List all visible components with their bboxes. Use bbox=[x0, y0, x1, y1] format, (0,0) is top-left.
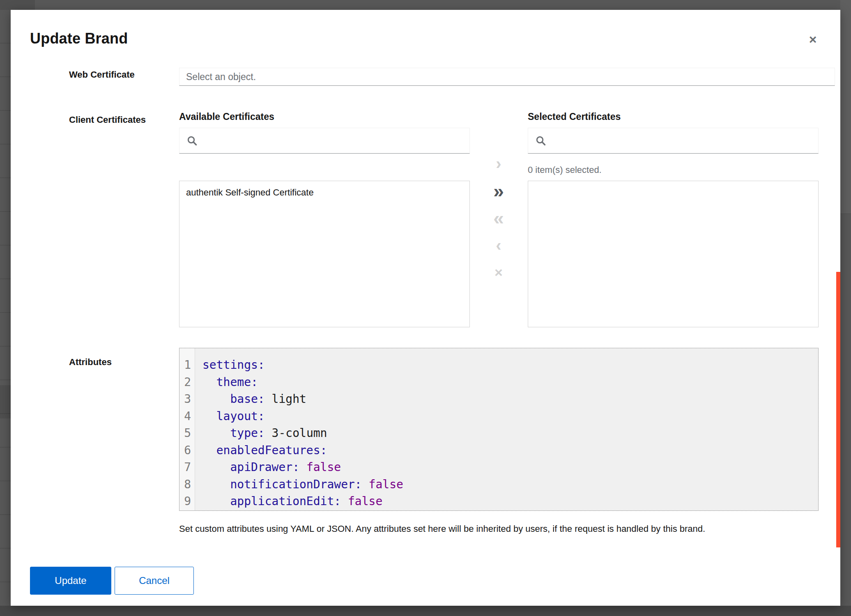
editor-code-line: theme: bbox=[195, 374, 818, 391]
selected-certificates-search[interactable] bbox=[528, 128, 819, 154]
editor-code-line: notificationDrawer: false bbox=[195, 476, 818, 493]
selected-items-status: 0 item(s) selected. bbox=[528, 165, 602, 175]
modal-title: Update Brand bbox=[30, 30, 128, 48]
editor-code-line: base: light bbox=[195, 391, 818, 408]
editor-line-number: 2 bbox=[179, 374, 195, 391]
backdrop-right-strip bbox=[840, 0, 851, 214]
available-certificates-list[interactable]: authentik Self-signed Certificate bbox=[179, 181, 470, 327]
editor-code-line: layout: bbox=[195, 408, 818, 425]
backdrop-bottom-strip bbox=[0, 606, 851, 616]
update-button[interactable]: Update bbox=[30, 567, 111, 595]
selected-search-input[interactable] bbox=[552, 133, 818, 149]
client-certificates-label: Client Certificates bbox=[69, 115, 146, 125]
move-selected-right-button[interactable]: › bbox=[490, 154, 508, 172]
clear-selection-button[interactable]: × bbox=[490, 263, 508, 281]
close-icon: × bbox=[809, 32, 817, 47]
modal-scrollbar-thumb[interactable] bbox=[836, 272, 840, 547]
web-certificate-label: Web Certificate bbox=[69, 69, 135, 80]
attributes-label: Attributes bbox=[69, 357, 112, 368]
move-all-right-button[interactable]: » bbox=[490, 182, 508, 200]
editor-code-line: enabledFeatures: bbox=[195, 442, 818, 459]
attributes-code-editor[interactable]: 123456789 settings: theme: base: light l… bbox=[179, 348, 819, 511]
editor-code-line: type: 3-column bbox=[195, 425, 818, 442]
editor-code-line: applicationEdit: false bbox=[195, 493, 818, 510]
selected-certificates-heading: Selected Certificates bbox=[528, 111, 621, 122]
attributes-help-text: Set custom attributes using YAML or JSON… bbox=[179, 523, 820, 535]
certificate-list-item[interactable]: authentik Self-signed Certificate bbox=[179, 181, 469, 204]
editor-line-number: 4 bbox=[179, 408, 195, 425]
editor-line-number: 5 bbox=[179, 425, 195, 442]
update-brand-modal: Update Brand × Web Certificate Client Ce… bbox=[11, 10, 840, 606]
available-certificates-heading: Available Certificates bbox=[179, 111, 274, 122]
search-icon bbox=[536, 136, 546, 146]
web-certificate-input[interactable] bbox=[179, 68, 835, 86]
editor-code-line: apiDrawer: false bbox=[195, 459, 818, 476]
editor-line-number: 8 bbox=[179, 476, 195, 493]
editor-gutter: 123456789 bbox=[179, 348, 195, 510]
editor-code: settings: theme: base: light layout: typ… bbox=[195, 348, 818, 510]
available-certificates-search[interactable] bbox=[179, 128, 470, 154]
move-all-left-button[interactable]: « bbox=[490, 209, 508, 227]
editor-line-number: 9 bbox=[179, 493, 195, 510]
editor-line-number: 6 bbox=[179, 442, 195, 459]
move-selected-left-button[interactable]: ‹ bbox=[490, 236, 508, 254]
available-search-input[interactable] bbox=[203, 133, 469, 149]
editor-line-number: 7 bbox=[179, 459, 195, 476]
search-icon bbox=[187, 136, 198, 146]
cancel-button[interactable]: Cancel bbox=[115, 567, 194, 595]
editor-code-line: settings: bbox=[195, 356, 818, 374]
close-button[interactable]: × bbox=[804, 30, 822, 48]
selected-certificates-list[interactable] bbox=[528, 181, 819, 327]
editor-line-number: 1 bbox=[179, 356, 195, 374]
editor-line-number: 3 bbox=[179, 391, 195, 408]
backdrop-sidebar-strip bbox=[0, 10, 11, 606]
backdrop-sidebar-top bbox=[0, 0, 35, 10]
